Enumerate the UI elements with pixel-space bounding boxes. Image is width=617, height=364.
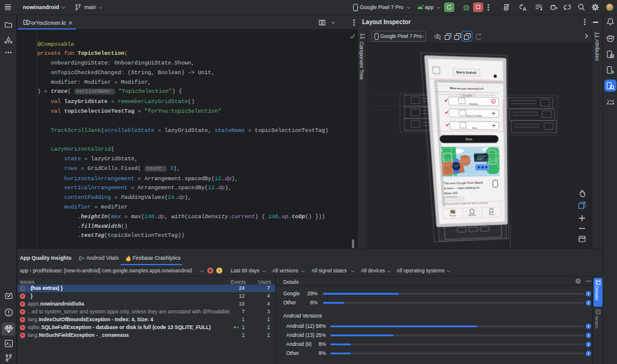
svg-text:Wear: Wear: [472, 127, 478, 129]
svg-text:For you: For you: [449, 215, 456, 217]
svg-text:Saved: Saved: [489, 213, 494, 216]
svg-text:Now in Android: Now in Android: [456, 71, 477, 75]
svg-text:Headlines: Headlines: [469, 102, 479, 105]
svg-text:Done: Done: [466, 137, 473, 141]
svg-text:Episodes: Episodes: [469, 214, 476, 216]
svg-text:Wear OS ♥ Kotlin: Wear OS ♥ Kotlin: [466, 115, 483, 117]
svg-text:What are you interested in?: What are you interested in?: [449, 87, 484, 90]
svg-text:A: A: [523, 6, 527, 12]
svg-text:UI stuff ▾: UI stuff ▾: [463, 94, 472, 97]
svg-text:Wear OS!: Wear OS!: [444, 192, 458, 195]
